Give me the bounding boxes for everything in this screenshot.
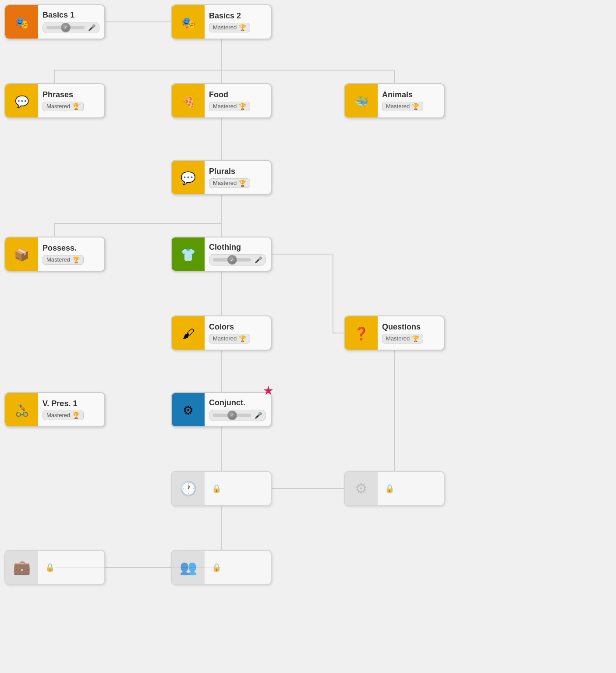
node-locked3[interactable]: 🔒 xyxy=(4,550,105,585)
node-locked2-content: 🔒 xyxy=(378,481,399,496)
node-animals-title: Animals xyxy=(382,90,423,100)
node-basics2-icon xyxy=(172,5,205,39)
trophy-icon: 🏆 xyxy=(239,24,246,31)
node-clothing-content: Clothing ✓ 🎤 xyxy=(205,240,270,268)
trophy-icon: 🏆 xyxy=(72,256,80,263)
phrases-icon xyxy=(15,93,29,109)
node-conjunct-icon xyxy=(172,393,205,426)
node-locked3-icon xyxy=(5,551,38,584)
node-colors[interactable]: Colors Mastered 🏆 xyxy=(171,315,272,351)
lock-icon: 🔒 xyxy=(385,484,394,493)
node-locked3-content: 🔒 xyxy=(38,560,59,575)
basics2-icon xyxy=(181,14,195,30)
node-phrases[interactable]: Phrases Mastered 🏆 xyxy=(4,83,105,118)
slider-thumb: ✓ xyxy=(227,411,237,420)
node-conjunct[interactable]: Conjunct. ✓ 🎤 xyxy=(171,392,272,427)
node-conjunct-slider: ✓ 🎤 xyxy=(209,410,266,421)
skill-tree: Basics 1 ✓ 🎤 Basics 2 Mastered 🏆 xyxy=(0,0,616,673)
trophy-icon: 🏆 xyxy=(412,103,419,110)
node-plurals-title: Plurals xyxy=(209,167,250,177)
mic-icon: 🎤 xyxy=(255,256,262,263)
star-badge: ★ xyxy=(263,383,274,398)
node-food-status: Mastered 🏆 xyxy=(209,102,250,111)
node-questions[interactable]: Questions Mastered 🏆 xyxy=(344,315,445,351)
slider-track: ✓ xyxy=(46,26,85,29)
mastered-label: Mastered xyxy=(386,103,410,110)
node-colors-content: Colors Mastered 🏆 xyxy=(205,320,255,346)
node-phrases-content: Phrases Mastered 🏆 xyxy=(38,88,88,114)
trophy-icon: 🏆 xyxy=(72,103,80,110)
conjunct-icon xyxy=(183,402,194,418)
node-basics2[interactable]: Basics 2 Mastered 🏆 xyxy=(171,4,272,39)
node-locked4[interactable]: 🔒 xyxy=(171,550,272,585)
animals-icon xyxy=(354,93,368,109)
node-basics1-slider: ✓ 🎤 xyxy=(42,22,99,33)
possess-icon xyxy=(14,246,29,262)
node-basics1[interactable]: Basics 1 ✓ 🎤 xyxy=(4,4,105,39)
node-phrases-title: Phrases xyxy=(42,90,84,100)
node-possess-content: Possess. Mastered 🏆 xyxy=(38,241,88,267)
node-questions-content: Questions Mastered 🏆 xyxy=(378,320,428,346)
node-vpres1[interactable]: V. Pres. 1 Mastered 🏆 xyxy=(4,392,105,427)
node-animals[interactable]: Animals Mastered 🏆 xyxy=(344,83,445,118)
food-icon xyxy=(181,93,195,109)
node-questions-title: Questions xyxy=(382,322,423,332)
lock-icon: 🔒 xyxy=(45,563,55,572)
slider-thumb: ✓ xyxy=(61,23,71,32)
node-questions-status: Mastered 🏆 xyxy=(382,334,423,344)
node-locked4-icon xyxy=(172,551,205,584)
node-basics1-icon xyxy=(5,5,38,39)
node-colors-title: Colors xyxy=(209,322,250,332)
node-basics1-content: Basics 1 ✓ 🎤 xyxy=(38,8,104,36)
node-plurals-content: Plurals Mastered 🏆 xyxy=(205,164,255,191)
slider-thumb: ✓ xyxy=(227,255,237,265)
node-phrases-icon xyxy=(5,84,38,117)
node-vpres1-status: Mastered 🏆 xyxy=(42,411,84,420)
node-locked2[interactable]: 🔒 xyxy=(344,471,445,506)
trophy-icon: 🏆 xyxy=(72,412,80,419)
node-possess-status: Mastered 🏆 xyxy=(42,255,84,265)
mastered-label: Mastered xyxy=(46,103,70,110)
plurals-icon xyxy=(181,170,196,186)
node-food-icon xyxy=(172,84,205,117)
mastered-label: Mastered xyxy=(46,256,70,263)
mic-icon: 🎤 xyxy=(88,24,96,31)
mastered-label: Mastered xyxy=(213,180,237,186)
mastered-label: Mastered xyxy=(46,412,70,418)
node-food-content: Food Mastered 🏆 xyxy=(205,88,255,114)
node-locked4-content: 🔒 xyxy=(205,560,226,575)
clock-icon xyxy=(180,480,197,497)
mic-icon: 🎤 xyxy=(255,412,262,419)
node-possess[interactable]: Possess. Mastered 🏆 xyxy=(4,237,105,272)
trophy-icon: 🏆 xyxy=(239,335,246,342)
node-locked1[interactable]: 🔒 xyxy=(171,471,272,506)
briefcase-icon xyxy=(13,559,31,576)
basics1-icon xyxy=(15,14,29,30)
node-clothing[interactable]: Clothing ✓ 🎤 xyxy=(171,237,272,272)
vpres1-icon xyxy=(15,402,29,418)
gear-icon xyxy=(355,480,368,497)
node-locked1-content: 🔒 xyxy=(205,481,226,496)
node-colors-status: Mastered 🏆 xyxy=(209,334,250,344)
node-basics2-status: Mastered 🏆 xyxy=(209,23,250,32)
node-plurals[interactable]: Plurals Mastered 🏆 xyxy=(171,160,272,195)
node-questions-icon xyxy=(345,316,378,350)
slider-track: ✓ xyxy=(213,258,251,262)
mastered-label: Mastered xyxy=(386,335,410,342)
clothing-icon xyxy=(181,246,196,262)
mastered-label: Mastered xyxy=(213,103,237,110)
node-conjunct-content: Conjunct. ✓ 🎤 xyxy=(205,396,270,424)
node-food-title: Food xyxy=(209,90,250,100)
node-conjunct-title: Conjunct. xyxy=(209,398,266,408)
slider-track: ✓ xyxy=(213,414,251,417)
node-vpres1-icon xyxy=(5,393,38,426)
node-colors-icon xyxy=(172,316,205,350)
node-clothing-slider: ✓ 🎤 xyxy=(209,254,266,266)
node-basics1-title: Basics 1 xyxy=(42,11,99,20)
node-animals-content: Animals Mastered 🏆 xyxy=(378,88,428,114)
node-locked2-icon xyxy=(345,472,378,505)
colors-icon xyxy=(182,325,195,341)
lock-icon: 🔒 xyxy=(212,484,221,493)
mastered-label: Mastered xyxy=(213,24,237,31)
node-food[interactable]: Food Mastered 🏆 xyxy=(171,83,272,118)
